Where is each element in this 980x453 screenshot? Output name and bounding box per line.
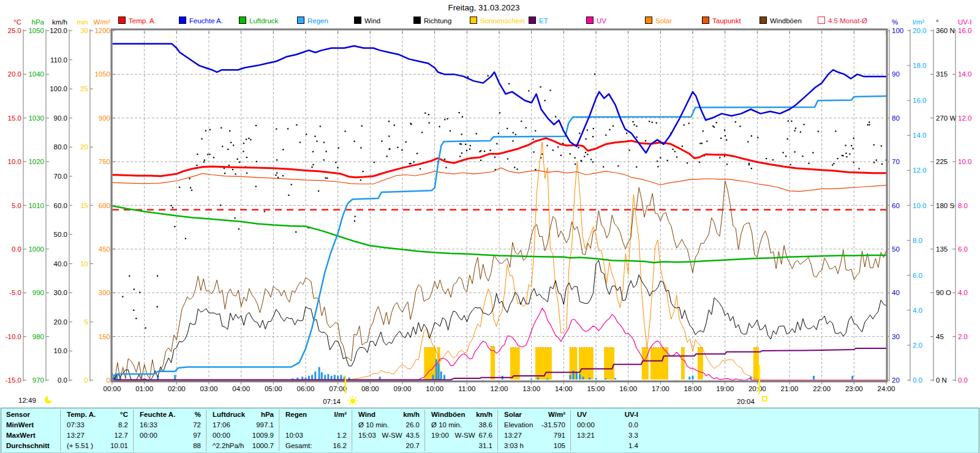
axis-tick-label: 980 <box>32 333 44 340</box>
direction-dot <box>196 165 197 166</box>
direction-dot <box>652 122 653 123</box>
direction-dot <box>790 164 791 165</box>
direction-dot <box>657 166 658 167</box>
direction-dot <box>326 178 328 179</box>
legend-swatch-taupunkt <box>702 17 709 24</box>
axis-tick-label: 10 <box>80 260 88 268</box>
direction-dot <box>204 160 205 161</box>
direction-dot <box>835 130 836 132</box>
cell-text: l/m² <box>334 410 352 420</box>
cell-text <box>347 420 352 430</box>
cell-text: 13:27 <box>61 430 111 441</box>
direction-dot <box>832 165 833 166</box>
axis-tick-label: 6.0 <box>913 272 922 279</box>
direction-dot <box>783 152 784 153</box>
legend-label: Regen <box>307 17 328 24</box>
cell-text: 105 <box>554 441 570 451</box>
weather-day-chart: 25.020.015.010.05.00.0-5.0-10.0-15.0°C10… <box>0 0 980 405</box>
direction-dot <box>450 130 451 132</box>
direction-dot <box>243 143 244 144</box>
axis-tick-label: 25 <box>80 85 88 92</box>
axis-tick-label: 18.0 <box>913 62 926 69</box>
direction-dot <box>413 161 414 162</box>
cell-text: 15:03 <box>352 430 382 441</box>
direction-dot <box>724 155 725 157</box>
sunset-time-label: 20:04 <box>737 398 755 405</box>
direction-dot <box>228 165 230 166</box>
axis-tick-label: 1030 <box>28 114 44 122</box>
cell-text: 997.1 <box>256 420 279 430</box>
direction-dot <box>461 143 462 144</box>
direction-dot <box>585 152 586 153</box>
x-axis-label: 01:00 <box>135 385 153 392</box>
direction-dot <box>325 178 326 179</box>
cell-text: W-SW <box>455 430 475 441</box>
direction-dot <box>295 231 296 233</box>
direction-dot <box>238 228 239 230</box>
direction-dot <box>605 135 606 136</box>
direction-dot <box>312 164 314 165</box>
axis-tick-label: 25.0 <box>8 27 21 34</box>
direction-dot <box>881 163 883 165</box>
x-axis-label: 11:00 <box>458 385 475 392</box>
legend-swatch-wind <box>354 17 361 24</box>
direction-dot <box>444 159 445 160</box>
moonrise-time-label: 12:49 <box>18 397 36 404</box>
legend-item-monat: 4.5 Monat-Ø <box>818 17 867 24</box>
direction-dot <box>726 140 727 141</box>
table-cell: Ø 10 min.26.0 <box>352 420 424 430</box>
x-axis-label: 20:00 <box>748 385 766 392</box>
direction-dot <box>748 163 750 164</box>
cell-text: 16:33 <box>134 420 189 430</box>
cell-text: UV-I <box>625 410 643 420</box>
cell-text: UV <box>571 410 621 420</box>
x-axis-label: 22:00 <box>813 385 831 392</box>
x-axis-label: 21:00 <box>781 385 799 392</box>
axis-tick-label: 0.0 <box>12 245 21 253</box>
direction-dot <box>508 83 510 84</box>
axis-tick-label: 600 <box>99 202 110 209</box>
axis-tick-label: 40.0 <box>54 260 67 268</box>
direction-dot <box>190 187 191 189</box>
direction-dot <box>459 156 461 157</box>
axis-tick-label: 1000 <box>28 245 44 253</box>
row-label: MinWert <box>1 420 60 430</box>
table-cell: 13:27791 <box>497 430 570 441</box>
cell-text: 1000.7 <box>252 441 279 451</box>
direction-dot <box>578 147 579 148</box>
x-axis-label: 04:00 <box>232 385 250 392</box>
cell-text: -31.570 <box>541 420 570 430</box>
direction-dot <box>812 152 813 153</box>
direction-dot <box>312 151 314 152</box>
axis-tick-label: 900 <box>99 114 110 122</box>
sunshine-bar <box>650 348 668 380</box>
direction-dot <box>360 179 361 181</box>
direction-dot <box>766 158 767 159</box>
direction-dot <box>248 138 249 139</box>
cell-text: 1.4 <box>628 441 643 451</box>
axis-tick-label: 0 N <box>936 376 947 384</box>
direction-dot <box>139 292 140 293</box>
axis-tick-label: 90.0 <box>54 114 67 122</box>
table-cell: 00:001009.9 <box>206 430 279 441</box>
direction-dot <box>684 124 685 125</box>
axis-tick-label: 110.0 <box>50 56 67 64</box>
direction-dot <box>484 151 485 152</box>
table-cell: 15:03W-SW43.5 <box>352 430 424 441</box>
direction-dot <box>157 275 158 277</box>
legend-label: ET <box>539 17 548 24</box>
direction-dot <box>837 158 838 159</box>
direction-dot <box>318 190 319 192</box>
legend-label: Luftdruck <box>249 17 278 24</box>
direction-dot <box>579 133 580 134</box>
direction-dot <box>494 157 496 158</box>
axis-tick-label: 1020 <box>28 158 44 165</box>
row-label: Sensor <box>1 410 60 420</box>
direction-dot <box>221 127 222 129</box>
direction-dot <box>633 124 635 125</box>
direction-dot <box>213 157 214 158</box>
direction-dot <box>688 122 690 124</box>
direction-dot <box>636 167 637 168</box>
table-cell: 10:031.2 <box>279 430 352 441</box>
direction-dot <box>222 146 223 147</box>
